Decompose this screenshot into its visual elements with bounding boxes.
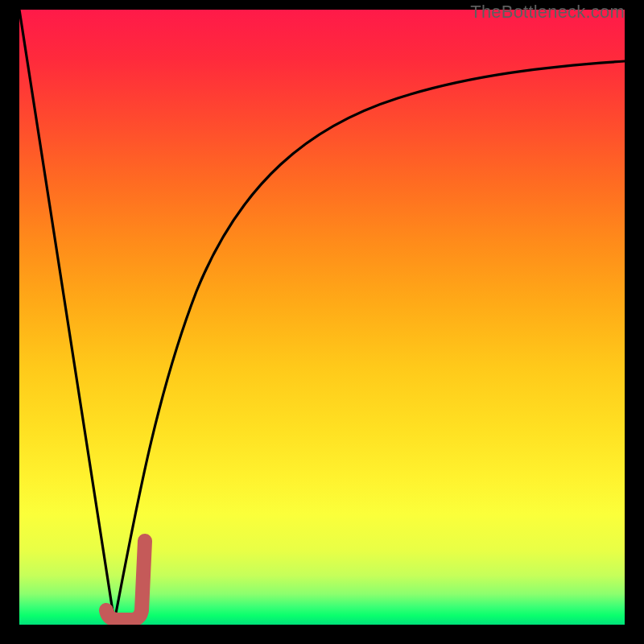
left-branch bbox=[19, 10, 114, 621]
marker-hook bbox=[106, 541, 145, 620]
plot-area bbox=[19, 10, 625, 625]
chart-frame: TheBottleneck.com bbox=[0, 0, 644, 644]
curves-svg bbox=[19, 10, 625, 625]
attribution-text: TheBottleneck.com bbox=[470, 2, 625, 23]
right-branch bbox=[114, 61, 625, 621]
